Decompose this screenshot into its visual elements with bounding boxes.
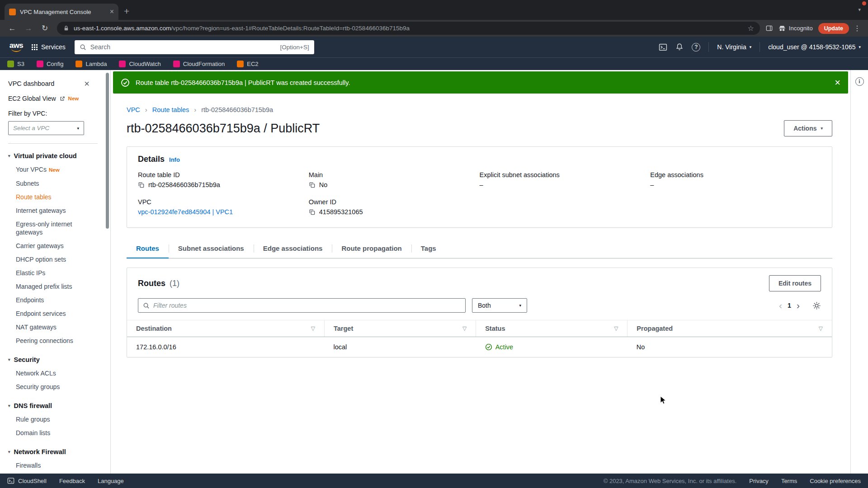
tab-subnet-associations[interactable]: Subnet associations bbox=[169, 240, 254, 258]
sidebar-item-domain-lists[interactable]: Domain lists bbox=[8, 426, 110, 440]
help-icon[interactable]: ? bbox=[692, 43, 700, 52]
breadcrumb-vpc[interactable]: VPC bbox=[127, 106, 140, 113]
browser-menu-icon[interactable]: ⋮ bbox=[852, 24, 863, 33]
sidebar-item-your-vpcs[interactable]: Your VPCsNew bbox=[8, 163, 110, 177]
tab-route-propagation[interactable]: Route propagation bbox=[332, 240, 411, 258]
sidebar-item-firewalls[interactable]: Firewalls bbox=[8, 459, 110, 472]
new-badge: New bbox=[68, 96, 79, 101]
section-caret-icon: ▾ bbox=[8, 404, 10, 408]
breadcrumb-route-tables[interactable]: Route tables bbox=[152, 106, 189, 113]
sidebar-item-managed-prefix-lists[interactable]: Managed prefix lists bbox=[8, 280, 110, 293]
edit-routes-button[interactable]: Edit routes bbox=[769, 275, 821, 291]
settings-gear-icon[interactable] bbox=[812, 301, 821, 310]
notifications-bell-icon[interactable] bbox=[675, 43, 684, 51]
ec2-global-view-link[interactable]: EC2 Global View New bbox=[8, 95, 110, 102]
bookmark-star-icon[interactable]: ☆ bbox=[748, 24, 754, 33]
new-tab-button[interactable]: + bbox=[124, 6, 129, 17]
sidebar-item-security-groups[interactable]: Security groups bbox=[8, 380, 110, 394]
favorite-s3[interactable]: S3 bbox=[7, 61, 24, 67]
console-footer: CloudShell Feedback Language © 2023, Ama… bbox=[0, 474, 868, 488]
sidebar-item-peering-connections[interactable]: Peering connections bbox=[8, 334, 110, 347]
owner-id-value: 415895321065 bbox=[319, 208, 363, 216]
section-title[interactable]: ▾ DNS firewall bbox=[8, 402, 110, 409]
url-text: us-east-1.console.aws.amazon.com/vpc/hom… bbox=[74, 25, 410, 32]
footer-feedback[interactable]: Feedback bbox=[59, 478, 85, 484]
vpc-link[interactable]: vpc-012924fe7ed845904 | VPC1 bbox=[138, 208, 233, 216]
favorite-config[interactable]: Config bbox=[37, 61, 64, 67]
sidebar-item-endpoints[interactable]: Endpoints bbox=[8, 293, 110, 307]
footer-language[interactable]: Language bbox=[98, 478, 124, 484]
routes-filter[interactable] bbox=[138, 298, 466, 313]
filter-propagated-icon[interactable]: ▽ bbox=[819, 325, 823, 332]
copy-icon[interactable] bbox=[138, 182, 145, 188]
section-title[interactable]: ▾ Virtual private cloud bbox=[8, 152, 110, 160]
window-chevron-icon[interactable]: ▾ bbox=[858, 7, 861, 13]
copy-icon[interactable] bbox=[309, 209, 316, 216]
section-title[interactable]: ▾ Network Firewall bbox=[8, 448, 110, 455]
column-target: Target bbox=[334, 325, 353, 332]
copy-icon[interactable] bbox=[309, 182, 316, 188]
section-title[interactable]: ▾ Security bbox=[8, 356, 110, 363]
account-menu[interactable]: cloud_user @ 4158-9532-1065 ▾ bbox=[768, 43, 861, 51]
forward-button[interactable]: → bbox=[22, 24, 35, 33]
sidebar-item-carrier-gateways[interactable]: Carrier gateways bbox=[8, 239, 110, 253]
reload-button[interactable]: ↻ bbox=[38, 23, 52, 33]
side-panel-icon[interactable] bbox=[765, 24, 773, 32]
aws-logo[interactable]: aws bbox=[7, 42, 25, 52]
search-input[interactable] bbox=[90, 43, 276, 51]
sidebar-item-endpoint-services[interactable]: Endpoint services bbox=[8, 307, 110, 320]
sidebar-item-elastic-ips[interactable]: Elastic IPs bbox=[8, 266, 110, 280]
sidebar-item-internet-gateways[interactable]: Internet gateways bbox=[8, 204, 110, 217]
info-link[interactable]: Info bbox=[169, 156, 180, 163]
favorite-lambda[interactable]: Lambda bbox=[75, 61, 107, 67]
browser-tab[interactable]: VPC Management Console × bbox=[5, 4, 118, 20]
section-security: ▾ Security Network ACLs Security groups bbox=[8, 356, 110, 394]
filter-destination-icon[interactable]: ▽ bbox=[311, 325, 315, 332]
success-check-icon bbox=[121, 78, 130, 87]
sidebar-item-dhcp-option-sets[interactable]: DHCP option sets bbox=[8, 253, 110, 266]
sidebar-item-route-tables[interactable]: Route tables bbox=[8, 190, 110, 204]
info-panel-icon[interactable]: i bbox=[855, 77, 864, 86]
vpc-dashboard-link[interactable]: VPC dashboard bbox=[8, 80, 54, 87]
banner-close-icon[interactable]: × bbox=[835, 78, 840, 88]
vpc-filter-select[interactable]: Select a VPC ▾ bbox=[8, 121, 84, 135]
favorite-cloudformation[interactable]: CloudFormation bbox=[173, 61, 225, 67]
region-selector[interactable]: N. Virginia ▾ bbox=[717, 43, 751, 51]
cloudshell-icon[interactable] bbox=[659, 43, 667, 52]
next-page-icon[interactable]: › bbox=[797, 300, 800, 311]
tab-edge-associations[interactable]: Edge associations bbox=[254, 240, 332, 258]
previous-page-icon[interactable]: ‹ bbox=[779, 300, 782, 311]
footer-cloudshell[interactable]: CloudShell bbox=[7, 477, 47, 484]
recording-indicator-dot bbox=[862, 1, 866, 5]
sidebar-item-egress-only-internet-gateways[interactable]: Egress-only internet gateways bbox=[8, 217, 110, 239]
favorite-cloudwatch[interactable]: CloudWatch bbox=[119, 61, 160, 67]
console-search[interactable]: [Option+S] bbox=[75, 40, 314, 54]
url-bar[interactable]: us-east-1.console.aws.amazon.com/vpc/hom… bbox=[57, 22, 760, 35]
table-row[interactable]: 172.16.0.0/16 local Active bbox=[127, 337, 832, 357]
sidebar-item-subnets[interactable]: Subnets bbox=[8, 177, 110, 190]
services-menu-button[interactable]: Services bbox=[28, 43, 72, 51]
sidebar-close-icon[interactable]: × bbox=[84, 79, 90, 88]
back-button[interactable]: ← bbox=[5, 24, 19, 33]
footer-cookie-preferences[interactable]: Cookie preferences bbox=[810, 478, 861, 484]
footer-privacy[interactable]: Privacy bbox=[749, 478, 769, 484]
filter-target-icon[interactable]: ▽ bbox=[462, 325, 467, 332]
scope-select[interactable]: Both ▾ bbox=[472, 298, 527, 313]
favorite-ec2[interactable]: EC2 bbox=[237, 61, 258, 67]
breadcrumb-separator: › bbox=[194, 106, 196, 113]
sidebar-item-rule-groups[interactable]: Rule groups bbox=[8, 413, 110, 426]
sidebar-item-firewall-policies[interactable]: Firewall policies bbox=[8, 472, 110, 474]
tab-routes[interactable]: Routes bbox=[127, 240, 169, 258]
sidebar-item-nat-gateways[interactable]: NAT gateways bbox=[8, 320, 110, 334]
tab-close-icon[interactable]: × bbox=[110, 8, 114, 15]
actions-button[interactable]: Actions ▾ bbox=[784, 120, 832, 136]
tab-tags[interactable]: Tags bbox=[411, 240, 446, 258]
tools-rail: i bbox=[850, 70, 868, 474]
footer-terms[interactable]: Terms bbox=[781, 478, 797, 484]
sidebar-scrollbar[interactable] bbox=[106, 73, 109, 229]
sidebar-item-network-acls[interactable]: Network ACLs bbox=[8, 366, 110, 380]
filter-status-icon[interactable]: ▽ bbox=[614, 325, 618, 332]
routes-filter-input[interactable] bbox=[153, 302, 461, 309]
page-number[interactable]: 1 bbox=[788, 302, 791, 309]
update-button[interactable]: Update bbox=[818, 23, 849, 34]
